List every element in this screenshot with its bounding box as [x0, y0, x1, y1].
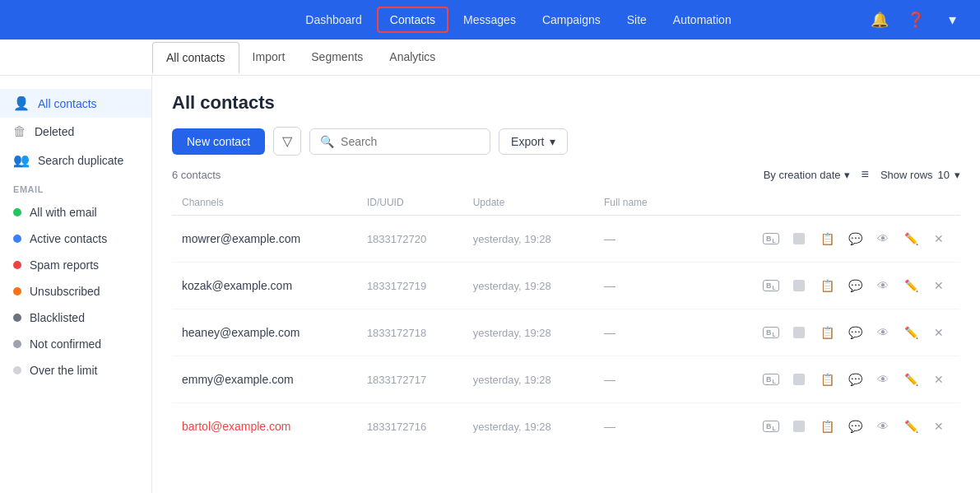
nav-campaigns[interactable]: Campaigns	[531, 8, 612, 31]
view-action-button[interactable]: 👁	[871, 321, 894, 344]
contact-actions: BL📋💬👁✏️✕	[679, 403, 960, 450]
delete-action-button[interactable]: ✕	[927, 415, 950, 438]
subnav-import[interactable]: Import	[239, 42, 299, 73]
view-action-button[interactable]: 👁	[871, 368, 894, 391]
rows-chevron-down-icon[interactable]: ▾	[954, 169, 960, 181]
filter-button[interactable]: ▽	[273, 127, 301, 156]
table-header-row: Channels ID/UUID Update Full name	[172, 190, 960, 216]
chevron-down-icon[interactable]: ▾	[941, 8, 964, 31]
export-button[interactable]: Export ▾	[499, 128, 567, 155]
contact-date: yesterday, 19:28	[463, 403, 594, 450]
contact-id: 1833172717	[357, 356, 463, 403]
sidebar-item-all-contacts[interactable]: 👤 All contacts	[0, 89, 151, 118]
contact-actions: BL📋💬👁✏️✕	[679, 356, 960, 403]
view-action-button[interactable]: 👁	[871, 415, 894, 438]
sidebar-item-spam-reports[interactable]: Spam reports	[0, 252, 151, 278]
sort-by-date-button[interactable]: By creation date ▾	[764, 169, 850, 181]
contact-fullname: —	[594, 403, 679, 450]
view-action-button[interactable]: 👁	[871, 274, 894, 297]
rows-count: 10	[938, 169, 950, 181]
person-icon: 👤	[13, 95, 30, 111]
message-action-button[interactable]: 💬	[843, 274, 866, 297]
note-action-button[interactable]: 📋	[815, 227, 838, 250]
message-action-button[interactable]: 💬	[843, 415, 866, 438]
delete-action-button[interactable]: ✕	[927, 227, 950, 250]
note-action-button[interactable]: 📋	[815, 415, 838, 438]
edit-action-button[interactable]: ✏️	[899, 227, 922, 250]
blacklist-action-button[interactable]: BL	[759, 227, 783, 250]
contact-date: yesterday, 19:28	[463, 356, 594, 403]
nav-site[interactable]: Site	[615, 8, 658, 31]
orange-dot	[13, 287, 21, 295]
search-input[interactable]	[341, 135, 480, 148]
col-update: Update	[463, 190, 594, 216]
edit-action-button[interactable]: ✏️	[899, 415, 922, 438]
contacts-table: Channels ID/UUID Update Full name mowrer…	[172, 190, 960, 449]
sidebar-item-active-contacts[interactable]: Active contacts	[0, 226, 151, 252]
contact-fullname: —	[594, 216, 679, 263]
question-icon[interactable]: ❓	[904, 8, 927, 31]
edit-action-button[interactable]: ✏️	[899, 274, 922, 297]
sidebar-item-deleted[interactable]: 🗑 Deleted	[0, 118, 151, 146]
page-title: All contacts	[172, 92, 960, 114]
subnav-all-contacts[interactable]: All contacts	[152, 42, 239, 74]
contact-date: yesterday, 19:28	[463, 263, 594, 309]
message-action-button[interactable]: 💬	[843, 368, 866, 391]
message-action-button[interactable]: 💬	[843, 321, 866, 344]
subnav-analytics[interactable]: Analytics	[376, 42, 448, 73]
blacklist-action-button[interactable]: BL	[759, 274, 783, 297]
edit-action-button[interactable]: ✏️	[899, 321, 922, 344]
sort-chevron-down-icon: ▾	[844, 169, 850, 181]
contact-email[interactable]: mowrer@example.com	[172, 216, 357, 263]
sidebar-item-blacklisted[interactable]: Blacklisted	[0, 305, 151, 331]
edit-action-button[interactable]: ✏️	[899, 368, 922, 391]
contact-email[interactable]: emmy@example.com	[172, 356, 357, 403]
page-layout: 👤 All contacts 🗑 Deleted 👥 Search duplic…	[0, 76, 980, 493]
sub-navigation: All contacts Import Segments Analytics	[0, 40, 980, 76]
contact-email[interactable]: kozak@example.com	[172, 263, 357, 309]
sort-order-icon[interactable]: ≡	[862, 167, 869, 182]
blue-dot	[13, 235, 21, 243]
extra-action-button-1[interactable]	[787, 227, 810, 250]
col-channels: Channels	[172, 190, 357, 216]
contact-date: yesterday, 19:28	[463, 216, 594, 263]
sidebar-item-not-confirmed[interactable]: Not confirmed	[0, 331, 151, 357]
note-action-button[interactable]: 📋	[815, 321, 838, 344]
contact-date: yesterday, 19:28	[463, 309, 594, 356]
contact-email[interactable]: bartol@example.com	[172, 403, 357, 450]
contact-id: 1833172720	[357, 216, 463, 263]
new-contact-button[interactable]: New contact	[172, 128, 265, 155]
subnav-segments[interactable]: Segments	[298, 42, 376, 73]
sidebar-item-search-duplicate[interactable]: 👥 Search duplicate	[0, 146, 151, 174]
bell-icon[interactable]: 🔔	[868, 8, 891, 31]
sidebar-item-all-with-email[interactable]: All with email	[0, 199, 151, 226]
extra-action-button-1[interactable]	[787, 321, 810, 344]
note-action-button[interactable]: 📋	[815, 274, 838, 297]
sidebar-item-unsubscribed[interactable]: Unsubscribed	[0, 278, 151, 305]
search-box[interactable]: 🔍	[309, 128, 490, 155]
extra-action-button-1[interactable]	[787, 368, 810, 391]
extra-action-button-1[interactable]	[787, 274, 810, 297]
contact-email[interactable]: heaney@example.com	[172, 309, 357, 356]
nav-contacts[interactable]: Contacts	[377, 7, 448, 33]
nav-automation[interactable]: Automation	[662, 8, 743, 31]
delete-action-button[interactable]: ✕	[927, 368, 950, 391]
contact-fullname: —	[594, 309, 679, 356]
extra-action-button-1[interactable]	[787, 415, 810, 438]
nav-messages[interactable]: Messages	[452, 8, 527, 31]
nav-icons: 🔔 ❓ ▾	[868, 8, 964, 31]
table-row: mowrer@example.com1833172720yesterday, 1…	[172, 216, 960, 263]
view-action-button[interactable]: 👁	[871, 227, 894, 250]
export-chevron-icon: ▾	[550, 135, 555, 148]
delete-action-button[interactable]: ✕	[927, 274, 950, 297]
blacklist-action-button[interactable]: BL	[759, 415, 783, 438]
sidebar-item-over-the-limit[interactable]: Over the limit	[0, 357, 151, 384]
contact-fullname: —	[594, 356, 679, 403]
blacklist-action-button[interactable]: BL	[759, 321, 783, 344]
nav-dashboard[interactable]: Dashboard	[294, 8, 374, 31]
blacklist-action-button[interactable]: BL	[759, 368, 783, 391]
message-action-button[interactable]: 💬	[843, 227, 866, 250]
note-action-button[interactable]: 📋	[815, 368, 838, 391]
contacts-count: 6 contacts	[172, 169, 221, 181]
delete-action-button[interactable]: ✕	[927, 321, 950, 344]
